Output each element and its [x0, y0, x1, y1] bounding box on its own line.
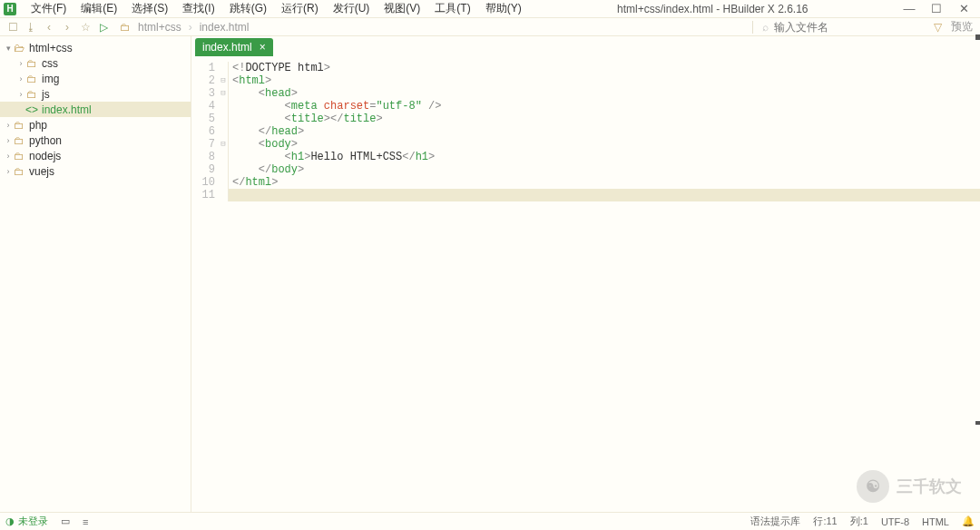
minimize-button[interactable]: — — [902, 2, 916, 15]
toolbar: ☐ ⭳ ‹ › ☆ ▷ 🗀 html+css › index.html ⌕ ▽ … — [0, 18, 980, 36]
folder-tree-item[interactable]: ›🗀css — [0, 55, 191, 71]
run-icon[interactable]: ▷ — [94, 21, 113, 34]
folder-tree-item[interactable]: ›🗀nodejs — [0, 148, 191, 163]
code-line[interactable]: <body> — [228, 138, 980, 151]
chevron-icon[interactable]: › — [4, 121, 13, 130]
maximize-button[interactable]: ☐ — [929, 2, 944, 15]
save-icon[interactable]: ⭳ — [22, 21, 40, 34]
menu-bar: H 文件(F)编辑(E)选择(S)查找(I)跳转(G)运行(R)发行(U)视图(… — [0, 0, 980, 18]
folder-icon: 🗁 — [13, 42, 25, 54]
menu-item[interactable]: 视图(V) — [377, 1, 427, 16]
code-line[interactable]: <meta charset="utf-8" /> — [228, 100, 980, 113]
nav-back-icon[interactable]: ‹ — [40, 21, 58, 34]
menu-item[interactable]: 选择(S) — [124, 1, 175, 16]
chevron-icon[interactable]: ▾ — [4, 44, 13, 53]
menu-item[interactable]: 编辑(E) — [74, 1, 124, 16]
nav-forward-icon[interactable]: › — [58, 21, 76, 34]
bell-icon[interactable]: 🔔 — [962, 515, 975, 527]
tree-label: php — [29, 119, 47, 132]
status-bar: ◑ 未登录 ▭ ≡ 语法提示库 行:11 列:1 UTF-8 HTML 🔔 — [0, 512, 980, 530]
code-line[interactable]: </body> — [228, 163, 980, 176]
menu-item[interactable]: 工具(T) — [427, 1, 477, 16]
login-status[interactable]: ◑ 未登录 — [5, 515, 48, 528]
menu-item[interactable]: 跳转(G) — [222, 1, 274, 16]
tree-label: img — [42, 73, 59, 85]
folder-icon: 🗀 — [13, 150, 25, 162]
folder-icon: 🗀 — [25, 57, 38, 70]
tree-label: vuejs — [29, 165, 54, 178]
cursor-col: 列:1 — [850, 515, 868, 528]
breadcrumb-separator: › — [189, 21, 192, 34]
chevron-icon[interactable]: › — [4, 167, 13, 176]
new-file-icon[interactable]: ☐ — [4, 21, 22, 34]
menu-item[interactable]: 发行(U) — [326, 1, 377, 16]
menu-item[interactable]: 文件(F) — [24, 1, 74, 16]
encoding[interactable]: UTF-8 — [881, 516, 909, 527]
tree-label: nodejs — [29, 150, 61, 162]
search-icon: ⌕ — [762, 21, 769, 34]
code-line[interactable]: </head> — [228, 125, 980, 138]
folder-tree-item[interactable]: ›🗀vuejs — [0, 163, 191, 179]
code-line[interactable]: <title></title> — [228, 113, 980, 125]
folder-tree-item[interactable]: ›🗀js — [0, 86, 191, 102]
file-tree-item[interactable]: <>index.html — [0, 102, 191, 117]
tab-close-icon[interactable]: × — [260, 41, 266, 54]
chevron-icon[interactable]: › — [16, 90, 25, 99]
folder-icon: 🗀 — [13, 165, 25, 178]
code-line[interactable]: <html> — [228, 74, 980, 87]
code-area[interactable]: <!DOCTYPE html><html> <head> <meta chars… — [228, 62, 980, 512]
code-line[interactable] — [228, 189, 980, 201]
line-gutter: 1234567891011 — [191, 62, 219, 512]
menu-item[interactable]: 帮助(Y) — [478, 1, 529, 16]
star-icon[interactable]: ☆ — [76, 21, 94, 34]
close-button[interactable]: ✕ — [956, 2, 971, 15]
breadcrumb-item[interactable]: html+css — [138, 21, 181, 34]
tree-label: index.html — [42, 103, 92, 116]
editor-pane: index.html × 1234567891011 ⊟⊟⊟ <!DOCTYPE… — [191, 36, 980, 512]
language-mode[interactable]: HTML — [922, 516, 949, 527]
window-controls: — ☐ ✕ — [897, 2, 976, 15]
folder-tree-item[interactable]: ▾🗁html+css — [0, 40, 191, 55]
chevron-icon[interactable]: › — [4, 136, 13, 145]
file-search: ⌕ — [752, 21, 919, 34]
window-title: html+css/index.html - HBuilder X 2.6.16 — [529, 3, 897, 15]
tree-label: html+css — [29, 42, 73, 54]
syntax-library[interactable]: 语法提示库 — [750, 515, 800, 528]
tab-label: index.html — [202, 41, 252, 54]
fold-gutter: ⊟⊟⊟ — [219, 62, 228, 512]
chevron-icon[interactable]: › — [16, 74, 25, 83]
list-icon[interactable]: ≡ — [83, 516, 88, 527]
search-input[interactable] — [774, 21, 919, 34]
folder-icon: 🗀 — [13, 134, 25, 147]
terminal-icon[interactable]: ▭ — [61, 515, 70, 527]
scroll-marks — [975, 34, 980, 461]
filter-icon[interactable]: ▽ — [928, 21, 947, 34]
cursor-line: 行:11 — [813, 515, 837, 528]
folder-icon: 🗀 — [25, 88, 38, 101]
code-line[interactable]: <head> — [228, 87, 980, 100]
folder-icon: 🗀 — [13, 119, 25, 132]
file-icon: <> — [25, 103, 38, 116]
folder-icon: 🗀 — [120, 21, 131, 34]
code-line[interactable]: <h1>Hello HTML+CSS</h1> — [228, 151, 980, 163]
tab-index-html[interactable]: index.html × — [195, 38, 273, 56]
folder-tree-item[interactable]: ›🗀img — [0, 71, 191, 86]
menu-item[interactable]: 查找(I) — [175, 1, 221, 16]
preview-button[interactable]: 预览 — [947, 19, 976, 34]
project-explorer: ▾🗁html+css›🗀css›🗀img›🗀js<>index.html›🗀ph… — [0, 36, 191, 512]
folder-tree-item[interactable]: ›🗀python — [0, 132, 191, 148]
menu-item[interactable]: 运行(R) — [274, 1, 326, 16]
user-icon: ◑ — [5, 515, 15, 527]
breadcrumb-item[interactable]: index.html — [200, 21, 250, 34]
code-editor[interactable]: 1234567891011 ⊟⊟⊟ <!DOCTYPE html><html> … — [191, 56, 980, 512]
code-line[interactable]: </html> — [228, 176, 980, 189]
app-icon: H — [4, 3, 16, 15]
chevron-icon[interactable]: › — [16, 59, 25, 68]
tree-label: python — [29, 134, 62, 147]
tree-label: js — [42, 88, 50, 101]
folder-icon: 🗀 — [25, 73, 38, 85]
folder-tree-item[interactable]: ›🗀php — [0, 117, 191, 132]
tab-bar: index.html × — [191, 36, 980, 56]
code-line[interactable]: <!DOCTYPE html> — [228, 62, 980, 74]
chevron-icon[interactable]: › — [4, 152, 13, 161]
